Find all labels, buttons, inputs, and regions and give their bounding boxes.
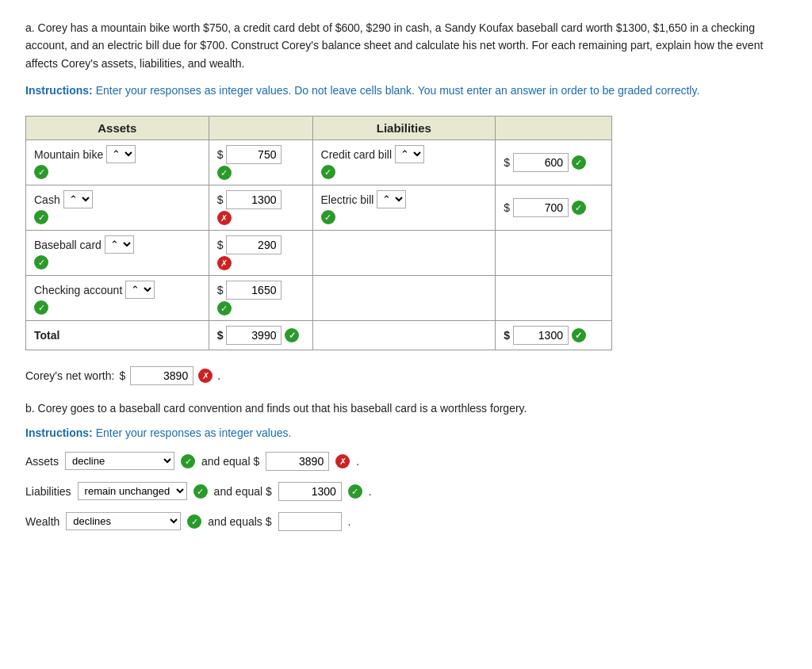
- asset-checking-amount-cell: $ ✓: [209, 275, 312, 320]
- total-assets-status-icon: ✓: [285, 328, 299, 342]
- mountain-bike-label: Mountain bike: [34, 148, 103, 161]
- wealth-b-equal-label: and equals $: [208, 515, 271, 528]
- checking-input[interactable]: [226, 281, 282, 300]
- credit-card-label: Credit card bill: [321, 148, 392, 161]
- cash-select[interactable]: ⌃: [63, 190, 93, 208]
- cash-status-icon: ✓: [34, 210, 48, 224]
- checking-label: Checking account: [34, 284, 122, 296]
- mountain-bike-select[interactable]: ⌃: [106, 145, 136, 163]
- asset-mountain-bike-amount-cell: $ ✓: [209, 140, 312, 185]
- electric-bill-status-icon: ✓: [321, 210, 335, 224]
- liabilities-b-value-input[interactable]: [278, 482, 342, 501]
- empty-liability-amount-cell-2: [496, 275, 612, 320]
- baseball-input[interactable]: [226, 235, 282, 254]
- instructions-a-bold: Instructions:: [25, 84, 93, 97]
- assets-b-dropdown[interactable]: decline increase remain unchanged: [65, 452, 174, 470]
- assets-b-dropdown-status: ✓: [181, 454, 195, 468]
- liabilities-b-dropdown[interactable]: remain unchanged increase decline: [78, 482, 187, 500]
- mountain-bike-status-icon: ✓: [34, 165, 48, 179]
- assets-answer-row: Assets decline increase remain unchanged…: [25, 452, 787, 471]
- assets-b-equal-label: and equal $: [201, 455, 259, 468]
- cash-dollar: $: [217, 193, 224, 206]
- question-a-text: a. Corey has a mountain bike worth $750,…: [25, 19, 787, 72]
- assets-b-period: .: [356, 455, 359, 468]
- net-worth-status-icon: ✗: [198, 369, 213, 383]
- cash-amount-status-icon: ✗: [217, 211, 232, 225]
- liabilities-b-value-status: ✓: [348, 484, 362, 499]
- liabilities-b-period: .: [369, 485, 372, 498]
- table-row: Mountain bike ⌃ ✓ $ ✓: [26, 140, 612, 185]
- liabilities-answer-row: Liabilities remain unchanged increase de…: [25, 482, 787, 501]
- electric-bill-select[interactable]: ⌃: [377, 190, 406, 208]
- net-worth-input[interactable]: [130, 366, 193, 385]
- question-b-text: b. Corey goes to a baseball card convent…: [25, 399, 787, 417]
- electric-bill-label: Electric bill: [321, 193, 374, 206]
- wealth-b-period: .: [348, 515, 351, 528]
- total-liabilities-dollar: $: [504, 329, 510, 342]
- balance-sheet-table: Assets Liabilities Mountain bike ⌃ ✓: [25, 116, 612, 350]
- total-liabilities-input[interactable]: [513, 326, 569, 345]
- empty-liability-cell-2: [312, 275, 496, 320]
- baseball-select[interactable]: ⌃: [105, 235, 134, 254]
- wealth-b-dropdown[interactable]: declines increases remains unchanged: [66, 512, 181, 530]
- liabilities-amount-header: [496, 116, 612, 140]
- asset-baseball-amount-cell: $ ✗: [209, 230, 312, 275]
- liability-credit-card-amount-cell: $ ✓: [496, 140, 612, 185]
- liability-electric-amount-cell: $ ✓: [496, 185, 612, 230]
- instructions-b-text: Enter your responses as integer values.: [96, 426, 292, 439]
- total-assets-input[interactable]: [226, 326, 282, 345]
- wealth-b-value-input[interactable]: [278, 512, 342, 531]
- cash-input[interactable]: [226, 190, 282, 209]
- net-worth-label: Corey's net worth:: [25, 369, 114, 382]
- cash-label: Cash: [34, 193, 60, 206]
- net-worth-period: .: [217, 369, 220, 382]
- instructions-b-bold: Instructions:: [25, 426, 93, 439]
- checking-select[interactable]: ⌃: [125, 281, 155, 299]
- asset-cash-cell: Cash ⌃ ✓: [26, 185, 209, 230]
- credit-card-amount-status-icon: ✓: [572, 155, 586, 170]
- total-assets-dollar: $: [217, 329, 224, 342]
- credit-card-input[interactable]: [513, 153, 569, 172]
- mountain-bike-amount-status-icon: ✓: [217, 166, 232, 180]
- total-row: Total $ ✓ $ ✓: [26, 320, 612, 350]
- net-worth-line: Corey's net worth: $ ✗ .: [25, 366, 787, 385]
- liabilities-b-equal-label: and equal $: [214, 485, 272, 498]
- asset-cash-amount-cell: $ ✗: [209, 185, 312, 230]
- checking-status-icon: ✓: [34, 300, 48, 315]
- credit-card-select[interactable]: ⌃: [395, 145, 424, 163]
- credit-card-dollar: $: [504, 156, 510, 169]
- liabilities-b-label: Liabilities: [25, 485, 71, 498]
- assets-b-value-status: ✗: [335, 454, 350, 468]
- total-liabilities-label-cell: [312, 320, 496, 350]
- electric-bill-amount-status-icon: ✓: [572, 201, 586, 215]
- instructions-a-text: Enter your responses as integer values. …: [96, 84, 700, 97]
- liability-electric-cell: Electric bill ⌃ ✓: [312, 185, 496, 230]
- liabilities-header: Liabilities: [312, 116, 496, 140]
- mountain-bike-input[interactable]: [226, 145, 282, 164]
- baseball-amount-status-icon: ✗: [217, 256, 232, 270]
- wealth-answer-row: Wealth declines increases remains unchan…: [25, 512, 787, 531]
- asset-mountain-bike-cell: Mountain bike ⌃ ✓: [26, 140, 209, 185]
- total-label: Total: [26, 320, 209, 350]
- wealth-b-dropdown-status: ✓: [187, 514, 201, 529]
- baseball-status-icon: ✓: [34, 255, 48, 270]
- net-worth-dollar: $: [119, 369, 125, 382]
- empty-liability-cell-1: [312, 230, 496, 275]
- total-liabilities-amount-cell: $ ✓: [496, 320, 612, 350]
- total-assets-amount-cell: $ ✓: [209, 320, 312, 350]
- checking-dollar: $: [217, 284, 224, 296]
- baseball-dollar: $: [217, 239, 224, 251]
- electric-bill-input[interactable]: [513, 198, 569, 217]
- table-row: Checking account ⌃ ✓ $ ✓: [26, 275, 612, 320]
- assets-b-value-input[interactable]: [266, 452, 329, 471]
- instructions-a: Instructions: Enter your responses as in…: [25, 82, 787, 99]
- asset-checking-cell: Checking account ⌃ ✓: [26, 275, 209, 320]
- wealth-b-label: Wealth: [25, 515, 59, 528]
- liability-credit-card-cell: Credit card bill ⌃ ✓: [312, 140, 496, 185]
- liabilities-b-dropdown-status: ✓: [193, 484, 208, 499]
- assets-b-label: Assets: [25, 455, 59, 468]
- assets-header: Assets: [26, 116, 209, 140]
- checking-amount-status-icon: ✓: [217, 301, 232, 315]
- total-liabilities-status-icon: ✓: [572, 328, 586, 342]
- table-row: Cash ⌃ ✓ $ ✗ El: [26, 185, 612, 230]
